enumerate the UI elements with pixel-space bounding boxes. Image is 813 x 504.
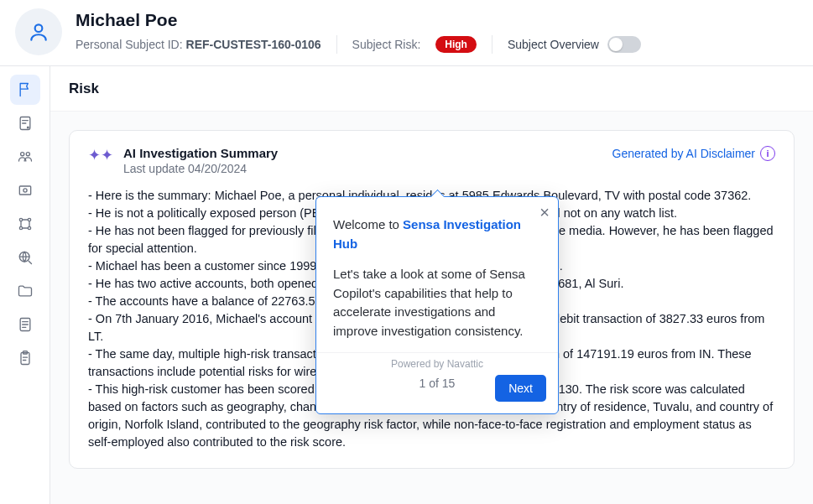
svg-point-2 — [27, 127, 29, 128]
sparkles-icon: ✦✦ — [88, 148, 113, 163]
tour-popover: × Welcome to Sensa Investigation Hub Let… — [315, 196, 559, 414]
svg-point-3 — [20, 153, 23, 156]
subject-id-block: Personal Subject ID: REF-CUSTEST-160-010… — [76, 38, 321, 51]
flag-icon — [17, 81, 34, 98]
risk-badge: High — [435, 36, 477, 53]
ai-disclaimer-link[interactable]: Generated by AI Disclaimer i — [612, 146, 775, 161]
subject-id-label: Personal Subject ID: — [76, 38, 183, 51]
disclaimer-text: Generated by AI Disclaimer — [612, 147, 755, 160]
overview-label: Subject Overview — [508, 38, 599, 51]
subject-id-value: REF-CUSTEST-160-0106 — [186, 38, 321, 51]
clipboard-icon — [17, 350, 34, 366]
tab-doc-lines[interactable] — [10, 309, 40, 340]
avatar — [15, 8, 62, 55]
tab-globe[interactable] — [10, 242, 40, 273]
svg-point-4 — [26, 153, 29, 156]
frame-icon — [17, 182, 34, 199]
popover-heading: Welcome to Sensa Investigation Hub — [333, 216, 541, 253]
doc-lines-icon — [17, 316, 34, 333]
close-icon[interactable]: × — [539, 204, 550, 221]
doc-alert-icon — [17, 115, 34, 132]
tab-risk[interactable] — [10, 75, 40, 105]
sidebar — [0, 66, 50, 504]
subject-name: Michael Poe — [76, 10, 641, 30]
graph-icon — [17, 216, 34, 232]
step-indicator: 1 of 15 — [420, 377, 456, 390]
tab-clipboard[interactable] — [10, 343, 40, 373]
subject-risk-label: Subject Risk: — [352, 38, 421, 51]
welcome-prefix: Welcome to — [333, 217, 403, 231]
tab-graph[interactable] — [10, 209, 40, 239]
card-title: AI Investigation Summary — [123, 146, 278, 160]
separator — [492, 35, 492, 54]
info-icon: i — [760, 146, 775, 161]
svg-point-6 — [23, 189, 26, 192]
header-bar: Michael Poe Personal Subject ID: REF-CUS… — [0, 0, 813, 66]
svg-point-0 — [35, 24, 43, 32]
card-subtitle: Last update 04/20/2024 — [123, 162, 278, 175]
tab-folder[interactable] — [10, 276, 40, 306]
next-button[interactable]: Next — [495, 375, 546, 402]
svg-rect-5 — [19, 186, 30, 195]
powered-by: Powered by Navattic — [316, 352, 558, 377]
page-title: Risk — [50, 66, 813, 112]
overview-toggle[interactable] — [607, 36, 641, 53]
popover-body: Let's take a look at some of Sensa Copil… — [333, 265, 541, 340]
person-icon — [28, 21, 50, 43]
globe-search-icon — [17, 249, 34, 266]
separator — [336, 35, 337, 54]
people-icon — [17, 148, 34, 165]
tab-people[interactable] — [10, 142, 40, 172]
folder-icon — [17, 283, 34, 299]
tab-frame[interactable] — [10, 175, 40, 205]
tab-doc-alert[interactable] — [10, 108, 40, 138]
